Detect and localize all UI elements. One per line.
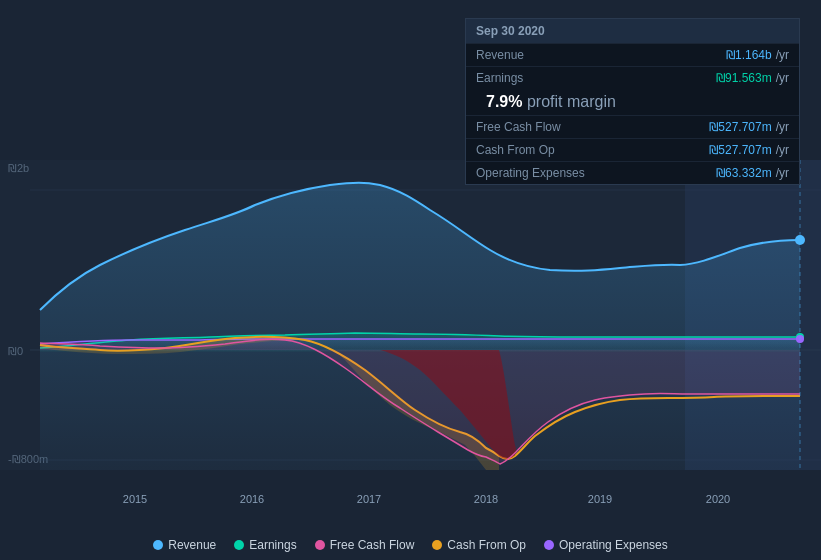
opex-legend-label: Operating Expenses [559,538,668,552]
profit-margin-label: profit margin [527,93,616,110]
earnings-value: ₪91.563m /yr [716,71,789,85]
x-label-2015: 2015 [123,493,147,505]
revenue-value: ₪1.164b /yr [726,48,789,62]
tooltip-fcf-row: Free Cash Flow ₪527.707m /yr [466,115,799,138]
legend-earnings[interactable]: Earnings [234,538,296,552]
legend-fcf[interactable]: Free Cash Flow [315,538,415,552]
earnings-unit: /yr [776,71,789,85]
x-label-2018: 2018 [474,493,498,505]
earnings-amount: ₪91.563m [716,71,772,85]
earnings-legend-label: Earnings [249,538,296,552]
cashop-unit: /yr [776,143,789,157]
opex-dot [544,540,554,550]
tooltip-opex-row: Operating Expenses ₪63.332m /yr [466,161,799,184]
opex-amount: ₪63.332m [716,166,772,180]
cashop-dot [432,540,442,550]
legend-revenue[interactable]: Revenue [153,538,216,552]
earnings-dot [234,540,244,550]
info-tooltip: Sep 30 2020 Revenue ₪1.164b /yr Earnings… [465,18,800,185]
cashop-legend-label: Cash From Op [447,538,526,552]
legend-opex[interactable]: Operating Expenses [544,538,668,552]
tooltip-revenue-row: Revenue ₪1.164b /yr [466,43,799,66]
opex-value: ₪63.332m /yr [716,166,789,180]
cashop-value: ₪527.707m /yr [709,143,789,157]
tooltip-cashop-row: Cash From Op ₪527.707m /yr [466,138,799,161]
fcf-value: ₪527.707m /yr [709,120,789,134]
revenue-amount: ₪1.164b [726,48,772,62]
revenue-label: Revenue [476,48,524,62]
tooltip-profit-margin-row: 7.9% profit margin [466,89,799,115]
tooltip-header: Sep 30 2020 [466,19,799,43]
chart-legend: Revenue Earnings Free Cash Flow Cash Fro… [0,538,821,552]
fcf-label: Free Cash Flow [476,120,561,134]
fcf-amount: ₪527.707m [709,120,771,134]
legend-cashop[interactable]: Cash From Op [432,538,526,552]
x-label-2016: 2016 [240,493,264,505]
fcf-legend-label: Free Cash Flow [330,538,415,552]
revenue-unit: /yr [776,48,789,62]
revenue-dot [153,540,163,550]
earnings-label: Earnings [476,71,523,85]
cashop-amount: ₪527.707m [709,143,771,157]
opex-label: Operating Expenses [476,166,585,180]
profit-margin-value: 7.9% profit margin [486,93,616,111]
revenue-legend-label: Revenue [168,538,216,552]
fcf-unit: /yr [776,120,789,134]
tooltip-earnings-row: Earnings ₪91.563m /yr [466,66,799,89]
cashop-label: Cash From Op [476,143,555,157]
x-label-2019: 2019 [588,493,612,505]
fcf-dot [315,540,325,550]
x-label-2017: 2017 [357,493,381,505]
opex-unit: /yr [776,166,789,180]
x-label-2020: 2020 [706,493,730,505]
